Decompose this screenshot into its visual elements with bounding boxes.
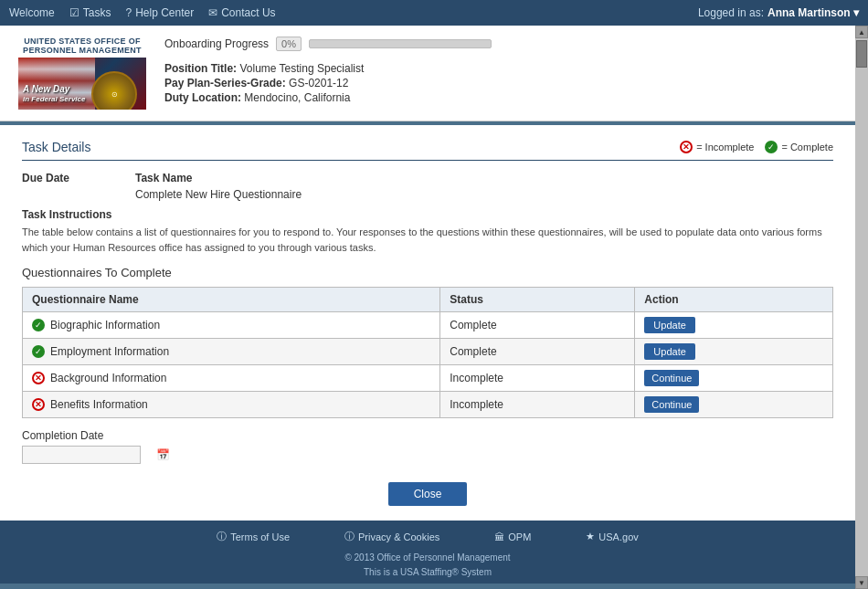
questionnaire-action-cell: Continue (635, 392, 833, 418)
progress-percentage: 0% (276, 37, 302, 51)
usa-gov-icon: ★ (586, 531, 595, 542)
scroll-up-button[interactable]: ▲ (855, 26, 868, 38)
copyright-text: © 2013 Office of Personnel Management (0, 551, 855, 565)
table-row: ✓Biographic InformationCompleteUpdate (23, 312, 833, 339)
col-header-status: Status (440, 288, 635, 312)
col-header-action: Action (635, 288, 833, 312)
header-info: Onboarding Progress 0% Position Title: V… (164, 37, 837, 106)
complete-status-icon: ✓ (32, 345, 45, 358)
questionnaire-status: Incomplete (440, 392, 635, 418)
questionnaire-name-cell: ✕Benefits Information (23, 392, 440, 418)
top-navigation: Welcome ☑ Tasks ? Help Center ✉ Contact … (0, 0, 868, 26)
continue-button[interactable]: Continue (644, 370, 699, 386)
questionnaire-name-cell: ✓Employment Information (23, 339, 440, 365)
questionnaire-name-cell: ✓Biographic Information (23, 312, 440, 339)
questionnaire-name-cell: ✕Background Information (23, 365, 440, 392)
scroll-thumb[interactable] (856, 40, 867, 68)
footer-terms[interactable]: ⓘ Terms of Use (217, 530, 290, 543)
position-title-value: Volume Testing Specialist (239, 62, 364, 75)
task-details-title: Task Details (22, 140, 90, 154)
progress-bar-track (309, 39, 492, 48)
cursive-text: A New Day in Federal Service (23, 83, 85, 104)
opm-logo-image: A New Day in Federal Service ⊙ (18, 58, 146, 110)
nav-welcome[interactable]: Welcome (9, 6, 55, 19)
onboarding-label: Onboarding Progress (164, 37, 269, 50)
footer-copyright: © 2013 Office of Personnel Management Th… (0, 551, 855, 580)
complete-status-icon: ✓ (32, 319, 45, 331)
main-scroll-area[interactable]: United States Office of Personnel Manage… (0, 26, 855, 589)
questionnaire-status: Complete (440, 339, 635, 365)
date-input-wrapper[interactable]: 📅 (22, 446, 141, 464)
incomplete-icon: ✕ (680, 141, 693, 153)
questionnaires-table: Questionnaire Name Status Action ✓Biogra… (22, 287, 833, 418)
completion-date-input[interactable] (26, 449, 153, 460)
task-instructions-section: Task Instructions The table below contai… (22, 208, 833, 255)
privacy-icon: ⓘ (344, 530, 355, 543)
legend-complete: ✓ = Complete (765, 141, 833, 153)
opm-logo: United States Office of Personnel Manage… (18, 37, 146, 110)
due-date-col: Due Date (22, 172, 113, 201)
task-name-label: Task Name (135, 172, 833, 184)
logged-in-label: Logged in as: (698, 6, 764, 19)
table-header-row: Questionnaire Name Status Action (23, 288, 833, 312)
footer-opm[interactable]: 🏛 OPM (494, 530, 531, 543)
col-header-name: Questionnaire Name (23, 288, 440, 312)
scrollbar-track[interactable]: ▲ ▼ (855, 26, 868, 589)
update-button[interactable]: Update (644, 317, 694, 333)
scroll-down-button[interactable]: ▼ (855, 576, 868, 589)
completion-date-label: Completion Date (22, 429, 833, 442)
legend-incomplete-label: = Incomplete (696, 142, 754, 153)
questionnaires-section: Questionnaires To Complete Questionnaire… (22, 266, 833, 418)
top-nav-right: Logged in as: Anna Martinson (698, 6, 859, 19)
nav-contact-us[interactable]: ✉ Contact Us (208, 6, 275, 19)
footer-usa-gov[interactable]: ★ USA.gov (586, 530, 638, 543)
footer: ⓘ Terms of Use ⓘ Privacy & Cookies 🏛 OPM… (0, 521, 855, 584)
calendar-icon[interactable]: 📅 (156, 448, 170, 461)
pay-plan-value: GS-0201-12 (289, 77, 348, 89)
due-date-label: Due Date (22, 172, 113, 184)
duty-location-label: Duty Location: (164, 91, 241, 104)
opm-seal: ⊙ (91, 71, 137, 110)
questionnaire-name: Biographic Information (50, 319, 160, 331)
questionnaire-name: Employment Information (50, 345, 169, 358)
nav-help-center[interactable]: ? Help Center (125, 6, 194, 19)
close-button[interactable]: Close (388, 482, 468, 506)
header-section: United States Office of Personnel Manage… (0, 26, 855, 121)
complete-icon: ✓ (765, 141, 778, 153)
task-instructions-text: The table below contains a list of quest… (22, 225, 833, 255)
pay-plan-label: Pay Plan-Series-Grade: (164, 77, 286, 89)
questionnaire-action-cell: Continue (635, 365, 833, 392)
opm-icon: 🏛 (494, 531, 504, 542)
org-name-header: United States Office of Personnel Manage… (18, 37, 146, 55)
position-title-label: Position Title: (164, 62, 237, 75)
incomplete-status-icon: ✕ (32, 372, 45, 384)
incomplete-status-icon: ✕ (32, 398, 45, 411)
footer-privacy[interactable]: ⓘ Privacy & Cookies (344, 530, 439, 543)
status-legend: ✕ = Incomplete ✓ = Complete (680, 141, 833, 153)
user-menu[interactable]: Anna Martinson (767, 6, 859, 19)
update-button[interactable]: Update (644, 343, 694, 360)
system-text: This is a USA Staffing® System (0, 565, 855, 580)
task-name-col: Task Name Complete New Hire Questionnair… (135, 172, 833, 201)
tasks-icon: ☑ (69, 6, 79, 19)
task-details-header: Task Details ✕ = Incomplete ✓ = Complete (22, 140, 833, 161)
onboarding-progress-bar: Onboarding Progress 0% (164, 37, 837, 51)
task-instructions-title: Task Instructions (22, 208, 833, 221)
duty-location-row: Duty Location: Mendocino, California (164, 91, 837, 104)
questionnaire-name: Benefits Information (50, 398, 148, 411)
questionnaire-action-cell: Update (635, 339, 833, 365)
legend-incomplete: ✕ = Incomplete (680, 141, 754, 153)
questionnaire-name: Background Information (50, 372, 166, 384)
page-wrapper: United States Office of Personnel Manage… (0, 26, 868, 589)
position-info: Position Title: Volume Testing Specialis… (164, 62, 837, 106)
help-icon: ? (125, 6, 132, 19)
completion-date-section: Completion Date 📅 (22, 429, 833, 464)
questionnaire-status: Complete (440, 312, 635, 339)
continue-button[interactable]: Continue (644, 396, 699, 413)
close-btn-row: Close (22, 482, 833, 506)
footer-links: ⓘ Terms of Use ⓘ Privacy & Cookies 🏛 OPM… (0, 530, 855, 543)
questionnaires-title: Questionnaires To Complete (22, 266, 833, 279)
nav-tasks[interactable]: ☑ Tasks (69, 6, 111, 19)
contact-icon: ✉ (208, 6, 217, 19)
table-row: ✓Employment InformationCompleteUpdate (23, 339, 833, 365)
